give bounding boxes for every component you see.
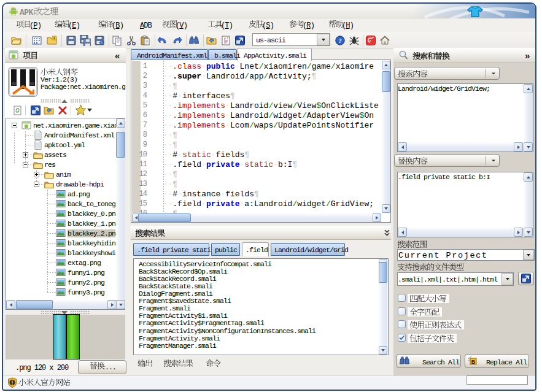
svg-text:?: ?	[338, 37, 342, 44]
svg-text:B: B	[471, 359, 476, 365]
